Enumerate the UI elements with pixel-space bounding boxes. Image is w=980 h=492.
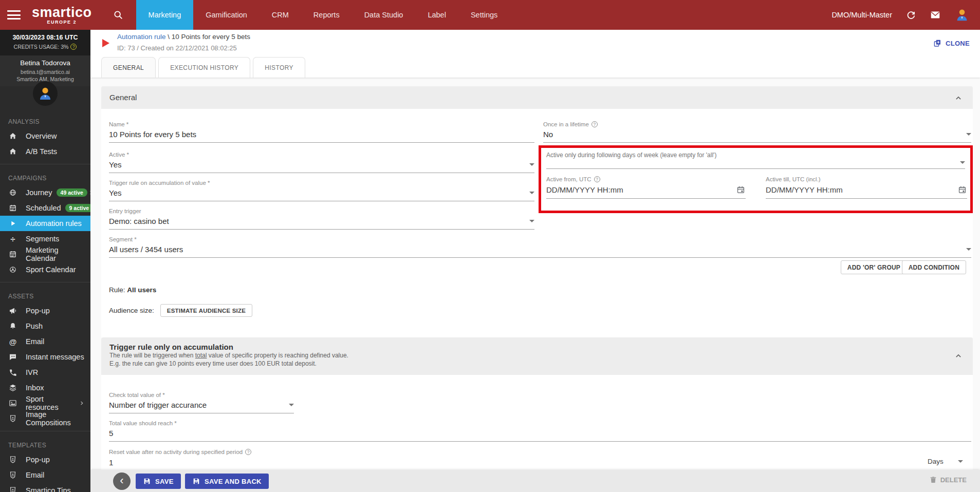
play-icon (8, 219, 17, 228)
sidebar: 30/03/2023 08:16 UTC CREDITS USAGE: 3% ?… (0, 30, 90, 492)
sidebar-item-template-popup[interactable]: Pop-up (0, 452, 90, 467)
entry-trigger-select[interactable]: Entry trigger Demo: casino bet (109, 208, 534, 230)
calendar-picker-icon[interactable] (736, 185, 746, 195)
trigger-accumulation-select[interactable]: Trigger rule on accumulation of value * … (109, 180, 534, 201)
clone-button-label: CLONE (946, 40, 970, 47)
active-till-date-field[interactable]: Active till, UTC (incl.) DD/MM/YYYY HH:m… (766, 176, 967, 199)
user-avatar[interactable] (954, 7, 970, 23)
reset-value-value: 1 (109, 458, 113, 467)
nav-marketing[interactable]: Marketing (136, 0, 194, 30)
dropdown-caret-icon (966, 133, 971, 136)
refresh-icon[interactable] (905, 10, 916, 21)
save-and-back-button[interactable]: SAVE AND BACK (185, 474, 269, 489)
breadcrumb: Automation rule \ 10 Points for every 5 … (117, 33, 250, 41)
sidebar-item-label: Smartico Tips (26, 486, 71, 492)
account-selector[interactable]: DMO/Multi-Master (831, 11, 892, 19)
check-total-value-select[interactable]: Check total value of * Number of trigger… (109, 392, 294, 413)
nav-settings[interactable]: Settings (458, 0, 510, 30)
back-button[interactable]: ‹ (113, 472, 131, 490)
help-icon[interactable]: ? (245, 449, 251, 455)
general-section-header[interactable]: General (101, 86, 973, 109)
nav-gamification[interactable]: Gamification (193, 0, 260, 30)
nav-label[interactable]: Label (415, 0, 458, 30)
total-value-reach-field[interactable]: Total value should reach * 5 (109, 420, 971, 442)
shield-icon (8, 414, 17, 423)
delete-button[interactable]: DELETE (929, 476, 967, 484)
sidebar-item-template-email[interactable]: Email (0, 467, 90, 483)
add-or-group-button[interactable]: ADD 'OR' GROUP (841, 260, 907, 274)
sidebar-item-label: Scheduled (26, 204, 61, 212)
tab-execution-history[interactable]: EXECUTION HISTORY (158, 57, 250, 78)
sidebar-item-ivr[interactable]: IVR (0, 365, 90, 380)
calendar-picker-icon[interactable] (957, 185, 967, 195)
active-select[interactable]: Active * Yes (109, 152, 534, 173)
credits-help-icon[interactable]: ? (70, 44, 77, 50)
delete-button-label: DELETE (940, 476, 967, 484)
dropdown-caret-icon (289, 404, 294, 406)
add-condition-button[interactable]: ADD CONDITION (902, 260, 966, 274)
days-of-week-select[interactable]: Active only during following days of wee… (546, 152, 965, 169)
bell-icon (8, 321, 17, 331)
user-avatar-large[interactable] (33, 81, 58, 106)
sidebar-item-journey[interactable]: Journey 49 active (0, 185, 90, 200)
collapse-chevron-icon[interactable] (953, 351, 964, 361)
help-icon[interactable]: ? (594, 176, 600, 182)
clone-icon (933, 39, 942, 48)
estimate-audience-size-button[interactable]: ESTIMATE AUDIENCE SIZE (160, 304, 252, 317)
entry-trigger-label: Entry trigger (109, 208, 534, 214)
shield-icon (8, 455, 17, 464)
help-icon[interactable]: ? (591, 121, 598, 127)
top-app-bar: smartico EUROPE 2 Marketing Gamification… (0, 0, 980, 30)
tab-general[interactable]: GENERAL (101, 57, 156, 78)
collapse-chevron-icon[interactable] (953, 93, 964, 103)
entry-trigger-value: Demo: casino bet (109, 217, 169, 225)
nav-reports[interactable]: Reports (301, 0, 352, 30)
reset-value-field[interactable]: Reset value after no activity during spe… (109, 449, 971, 470)
active-from-date-field[interactable]: Active from, UTC? DD/MM/YYYY HH:mm (546, 176, 746, 199)
nav-data-studio[interactable]: Data Studio (352, 0, 416, 30)
sidebar-item-label: Push (26, 322, 43, 330)
once-in-lifetime-select[interactable]: Once in a lifetime? No (543, 121, 971, 143)
breadcrumb-link-automation-rule[interactable]: Automation rule (117, 33, 166, 41)
segment-select[interactable]: Segment * All users / 3454 users (109, 236, 971, 258)
phone-icon (8, 368, 17, 377)
sidebar-item-popup[interactable]: Pop-up (0, 303, 90, 318)
sidebar-item-sport-calendar[interactable]: Sport Calendar (0, 262, 90, 277)
name-field-value: 10 Points for every 5 bets (109, 130, 196, 139)
sidebar-item-label: Email (26, 337, 44, 346)
trigger-accumulation-value: Yes (109, 188, 121, 197)
sidebar-item-email[interactable]: @ Email (0, 334, 90, 349)
sidebar-item-scheduled[interactable]: Scheduled 9 active (0, 200, 90, 216)
save-button[interactable]: SAVE (136, 474, 181, 489)
sidebar-item-ab-tests[interactable]: A/B Tests (0, 144, 90, 159)
sidebar-item-label: A/B Tests (26, 147, 57, 156)
sidebar-item-instant-messages[interactable]: Instant messages (0, 349, 90, 365)
messages-icon[interactable] (930, 9, 941, 21)
hamburger-menu-icon[interactable] (7, 10, 21, 20)
desc-text: value of specific property is reaching d… (207, 352, 348, 359)
sidebar-item-image-compositions[interactable]: Image Compositions (0, 411, 90, 426)
sidebar-divider (0, 431, 90, 431)
sidebar-item-automation-rules[interactable]: Automation rules (0, 216, 90, 231)
sidebar-item-template-tips[interactable]: Smartico Tips (0, 483, 90, 492)
shield-icon (8, 486, 17, 492)
clone-button[interactable]: CLONE (933, 39, 970, 48)
sidebar-item-inbox[interactable]: Inbox (0, 380, 90, 395)
sidebar-item-push[interactable]: Push (0, 318, 90, 334)
dropdown-caret-icon (958, 460, 963, 463)
rule-summary-label: Rule: (109, 286, 125, 294)
sidebar-item-marketing-calendar[interactable]: Marketing Calendar (0, 247, 90, 262)
sidebar-item-sport-resources[interactable]: Sport resources (0, 395, 90, 411)
page-header-band: Automation rule \ 10 Points for every 5 … (90, 30, 980, 78)
accumulation-section-header[interactable]: Trigger rule only on accumulation The ru… (101, 337, 973, 375)
period-unit-select[interactable]: Days (928, 458, 963, 465)
period-unit-value: Days (928, 458, 944, 465)
main-nav: Marketing Gamification CRM Reports Data … (136, 0, 510, 30)
search-icon[interactable] (113, 9, 124, 21)
name-field[interactable]: Name * 10 Points for every 5 bets (109, 121, 534, 143)
sidebar-item-segments[interactable]: ÷ Segments (0, 231, 90, 247)
sidebar-item-overview[interactable]: Overview (0, 128, 90, 144)
nav-crm[interactable]: CRM (260, 0, 301, 30)
at-sign-icon: @ (8, 338, 17, 346)
tab-history[interactable]: HISTORY (253, 57, 305, 78)
